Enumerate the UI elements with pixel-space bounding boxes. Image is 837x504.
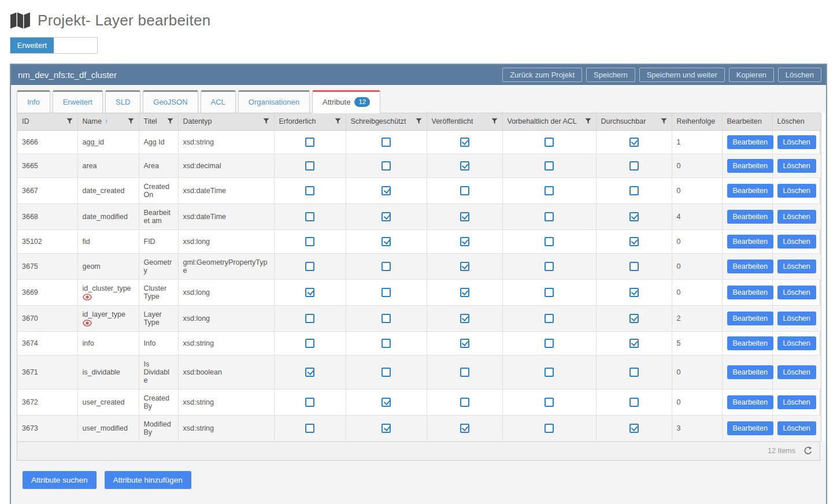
checkbox-published[interactable]	[460, 368, 469, 377]
tab-organisationen[interactable]: Organisationen	[238, 90, 310, 113]
checkbox-acl[interactable]	[545, 424, 554, 433]
edit-button[interactable]: Bearbeiten	[727, 286, 773, 299]
checkbox-required[interactable]	[305, 424, 314, 433]
copy-button[interactable]: Kopieren	[729, 68, 774, 82]
checkbox-required[interactable]	[305, 138, 314, 147]
column-header-acl[interactable]: Vorbehaltlich der ACL	[502, 113, 596, 131]
checkbox-readonly[interactable]	[382, 161, 391, 171]
filter-icon[interactable]	[416, 118, 422, 126]
checkbox-searchable[interactable]	[629, 424, 639, 433]
checkbox-acl[interactable]	[545, 161, 554, 171]
edit-button[interactable]: Bearbeiten	[727, 336, 773, 350]
edit-button[interactable]: Bearbeiten	[727, 210, 773, 224]
column-header-required[interactable]: Erforderlich	[274, 113, 346, 131]
checkbox-searchable[interactable]	[629, 339, 639, 348]
checkbox-readonly[interactable]	[382, 368, 391, 377]
checkbox-acl[interactable]	[545, 368, 554, 377]
checkbox-readonly[interactable]	[382, 262, 391, 271]
delete-row-button[interactable]: Löschen	[777, 184, 816, 198]
delete-row-button[interactable]: Löschen	[777, 159, 816, 173]
checkbox-acl[interactable]	[545, 212, 554, 221]
checkbox-published[interactable]	[460, 262, 469, 271]
column-header-searchable[interactable]: Durchsuchbar	[596, 113, 672, 131]
checkbox-required[interactable]	[305, 212, 314, 221]
column-header-type[interactable]: Datentyp	[178, 113, 274, 131]
tab-acl[interactable]: ACL	[201, 90, 236, 113]
delete-row-button[interactable]: Löschen	[777, 395, 816, 409]
filter-icon[interactable]	[585, 118, 591, 126]
delete-row-button[interactable]: Löschen	[777, 421, 816, 435]
edit-button[interactable]: Bearbeiten	[727, 159, 773, 173]
tab-attribute[interactable]: Attribute12	[312, 90, 380, 113]
checkbox-acl[interactable]	[545, 288, 554, 297]
toggle-active-segment[interactable]: Erweitert	[10, 38, 54, 53]
checkbox-required[interactable]	[305, 186, 314, 195]
checkbox-required[interactable]	[305, 398, 314, 407]
save-button[interactable]: Speichern	[586, 68, 635, 82]
edit-button[interactable]: Bearbeiten	[727, 365, 773, 379]
column-header-readonly[interactable]: Schreibgeschützt	[346, 113, 427, 131]
checkbox-published[interactable]	[460, 424, 469, 433]
checkbox-required[interactable]	[305, 339, 314, 348]
checkbox-published[interactable]	[460, 339, 469, 348]
checkbox-published[interactable]	[460, 161, 469, 171]
checkbox-readonly[interactable]	[382, 237, 391, 246]
edit-button[interactable]: Bearbeiten	[727, 312, 773, 325]
checkbox-acl[interactable]	[545, 339, 554, 348]
checkbox-required[interactable]	[305, 161, 314, 171]
tab-geojson[interactable]: GeoJSON	[143, 90, 198, 113]
delete-button[interactable]: Löschen	[778, 68, 821, 82]
edit-button[interactable]: Bearbeiten	[727, 421, 773, 435]
delete-row-button[interactable]: Löschen	[777, 365, 816, 379]
checkbox-readonly[interactable]	[382, 398, 391, 407]
delete-row-button[interactable]: Löschen	[777, 312, 816, 325]
edit-button[interactable]: Bearbeiten	[727, 395, 773, 409]
delete-row-button[interactable]: Löschen	[777, 210, 816, 224]
save-and-continue-button[interactable]: Speichern und weiter	[639, 68, 725, 82]
add-attribute-button[interactable]: Attribute hinzufügen	[105, 471, 191, 489]
checkbox-published[interactable]	[460, 138, 469, 147]
checkbox-searchable[interactable]	[629, 262, 639, 271]
search-attributes-button[interactable]: Attribute suchen	[23, 471, 97, 489]
checkbox-searchable[interactable]	[629, 186, 639, 195]
checkbox-readonly[interactable]	[382, 339, 391, 348]
checkbox-readonly[interactable]	[382, 212, 391, 221]
checkbox-acl[interactable]	[545, 186, 554, 195]
checkbox-acl[interactable]	[545, 262, 554, 271]
checkbox-searchable[interactable]	[629, 138, 639, 147]
column-header-edit[interactable]: Bearbeiten	[722, 113, 772, 131]
column-header-title[interactable]: Titel	[139, 113, 178, 131]
checkbox-required[interactable]	[305, 262, 314, 271]
checkbox-acl[interactable]	[545, 398, 554, 407]
delete-row-button[interactable]: Löschen	[777, 336, 816, 350]
filter-icon[interactable]	[128, 118, 134, 126]
checkbox-readonly[interactable]	[382, 186, 391, 195]
filter-icon[interactable]	[66, 118, 73, 126]
checkbox-searchable[interactable]	[629, 161, 639, 171]
advanced-mode-toggle[interactable]: Erweitert	[10, 37, 98, 54]
tab-info[interactable]: Info	[17, 90, 50, 113]
checkbox-searchable[interactable]	[629, 212, 639, 221]
column-header-name[interactable]: Name↑	[77, 113, 139, 131]
checkbox-published[interactable]	[460, 212, 469, 221]
column-header-delete[interactable]: Löschen	[772, 113, 821, 131]
delete-row-button[interactable]: Löschen	[777, 235, 816, 249]
filter-icon[interactable]	[661, 118, 667, 126]
filter-icon[interactable]	[491, 118, 498, 126]
column-header-id[interactable]: ID	[17, 113, 77, 131]
checkbox-published[interactable]	[460, 314, 469, 323]
back-to-project-button[interactable]: Zurück zum Projekt	[502, 68, 582, 82]
delete-row-button[interactable]: Löschen	[777, 286, 816, 299]
filter-icon[interactable]	[263, 118, 269, 126]
checkbox-searchable[interactable]	[629, 368, 639, 377]
edit-button[interactable]: Bearbeiten	[727, 235, 773, 249]
checkbox-published[interactable]	[460, 186, 469, 195]
delete-row-button[interactable]: Löschen	[777, 260, 816, 273]
edit-button[interactable]: Bearbeiten	[727, 135, 773, 149]
checkbox-published[interactable]	[460, 398, 469, 407]
checkbox-searchable[interactable]	[629, 398, 639, 407]
checkbox-required[interactable]	[305, 314, 314, 323]
checkbox-readonly[interactable]	[382, 314, 391, 323]
filter-icon[interactable]	[167, 118, 173, 126]
checkbox-searchable[interactable]	[629, 237, 639, 246]
